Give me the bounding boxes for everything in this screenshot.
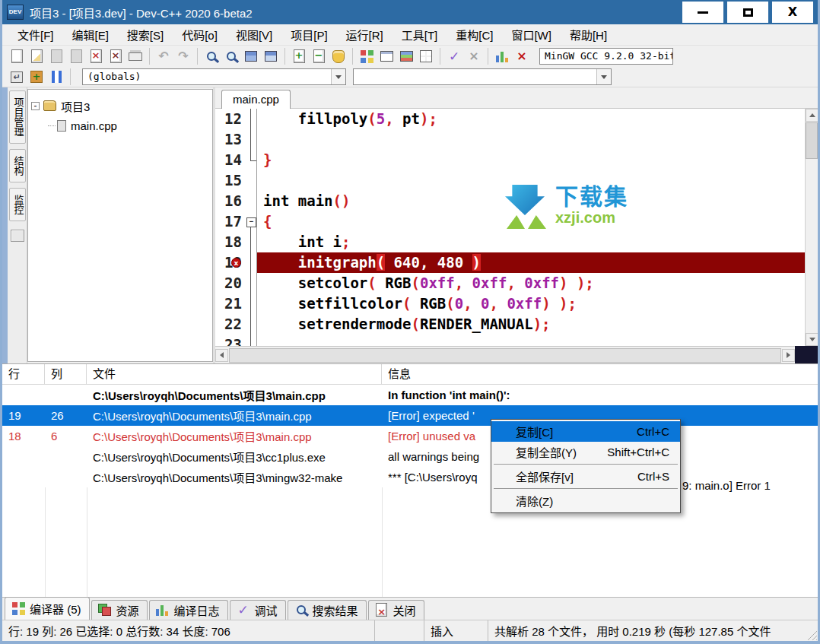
code-area[interactable]: 12 fillpoly(5, pt);1314}1516int main()17… [215, 109, 805, 346]
code-line-16[interactable]: 16int main() [215, 191, 805, 211]
menu-item-8[interactable]: 重构[C] [447, 24, 502, 45]
bottom-tab-4[interactable]: 搜索结果 [288, 600, 367, 620]
sidebar-tab-1[interactable]: 结构 [9, 149, 26, 182]
scroll-down-icon[interactable] [806, 333, 818, 346]
new-project-button[interactable] [357, 47, 377, 65]
code-line-18[interactable]: 18 int i; [215, 232, 805, 252]
scroll-right-icon[interactable] [782, 349, 795, 362]
members-select[interactable] [353, 68, 612, 85]
search-results-tab-button[interactable] [294, 604, 308, 617]
sidebar-tab-2[interactable]: 监控 [9, 188, 26, 221]
context-menu-item-1[interactable]: 复制全部(Y)Shift+Ctrl+C [491, 442, 680, 462]
add-to-project-button[interactable]: + [289, 47, 309, 65]
menu-item-0[interactable]: 文件[F] [8, 24, 63, 45]
print-button[interactable] [126, 47, 145, 65]
find-button[interactable] [202, 47, 221, 65]
debug-tab-button[interactable]: ✓ [237, 604, 250, 617]
compiler-select[interactable]: MinGW GCC 9.2.0 32-bit D [539, 48, 673, 65]
abort-compile-button[interactable]: × [512, 47, 532, 65]
add-bookmark-button[interactable]: + [27, 68, 46, 86]
close-all-button[interactable]: × [106, 47, 126, 65]
resize-grip[interactable] [806, 630, 817, 640]
issues-header-col-3[interactable]: 信息 [382, 364, 818, 384]
menu-item-4[interactable]: 视图[V] [227, 24, 281, 45]
menu-item-5[interactable]: 项目[P] [281, 24, 336, 45]
menu-item-7[interactable]: 工具[T] [393, 24, 447, 45]
menu-item-6[interactable]: 运行[R] [337, 24, 393, 45]
code-token: int [263, 192, 289, 209]
window-button[interactable] [377, 47, 396, 65]
code-line-15[interactable]: 15 [215, 170, 805, 191]
resources-tab-button[interactable] [98, 604, 112, 617]
find-in-files-button[interactable] [221, 47, 241, 65]
code-line-13[interactable]: 13 [215, 129, 805, 150]
close-file-button[interactable]: × [86, 47, 106, 65]
chevron-down-icon[interactable] [596, 69, 611, 84]
environment-button[interactable] [396, 47, 416, 65]
code-line-22[interactable]: 22 setrendermode(RENDER_MANUAL); [215, 314, 805, 335]
sidebar-tab-0[interactable]: 项目管理 [9, 90, 26, 144]
code-line-12[interactable]: 12 fillpoly(5, pt); [215, 109, 805, 129]
tree-node-file[interactable]: main.cpp [31, 116, 209, 135]
menu-item-3[interactable]: 代码[o] [173, 24, 227, 45]
replace-button[interactable] [241, 47, 261, 65]
issue-row-3[interactable]: C:\Users\royqh\Documents\项目3\cc1plus.exe… [2, 446, 818, 467]
close-button[interactable]: X [772, 2, 813, 23]
goto-definition-button[interactable]: ↵ [7, 68, 27, 86]
code-line-17[interactable]: 17{ [215, 211, 805, 232]
issues-header-col-1[interactable]: 列 [45, 364, 87, 384]
code-line-21[interactable]: 21 setfillcolor( RGB(0, 0, 0xff) ); [215, 293, 805, 314]
new-source-button[interactable] [7, 47, 27, 65]
menu-item-10[interactable]: 帮助[H] [561, 24, 616, 45]
code-line-19[interactable]: 19x initgraph( 640, 480 ) [215, 252, 805, 273]
code-line-23[interactable]: 23 [215, 335, 805, 346]
issues-header-col-2[interactable]: 文件 [87, 364, 382, 384]
close-tab-button[interactable]: × [375, 604, 389, 617]
bottom-tab-5[interactable]: ×关闭 [368, 600, 424, 620]
replace-in-files-button[interactable] [261, 47, 281, 65]
context-menu-item-3[interactable]: 全部保存[v]Ctrl+S [491, 466, 680, 487]
vertical-scrollbar[interactable] [805, 109, 818, 346]
menu-item-9[interactable]: 窗口[W] [502, 24, 561, 45]
sidebar-panel-icon[interactable] [11, 230, 24, 242]
menu-item-2[interactable]: 搜索[S] [118, 24, 173, 45]
code-line-14[interactable]: 14} [215, 150, 805, 170]
compile-log-tab-button[interactable] [156, 604, 170, 617]
scroll-left-icon[interactable] [215, 349, 228, 362]
syntax-check-button[interactable]: ✓ [444, 47, 464, 65]
issues-header-col-0[interactable]: 行 [2, 364, 45, 384]
minimize-button[interactable] [682, 2, 723, 23]
issue-row-0[interactable]: C:\Users\royqh\Documents\项目3\main.cppIn … [2, 385, 818, 405]
fold-toggle-icon[interactable] [246, 211, 257, 232]
toggle-watch-button[interactable] [46, 68, 66, 86]
context-menu-item-0[interactable]: 复制[C]Ctrl+C [491, 421, 680, 442]
bottom-tab-3[interactable]: ✓调试 [230, 600, 286, 620]
fold-margin [246, 293, 257, 314]
vertical-scroll-thumb[interactable] [806, 122, 818, 159]
bottom-tab-label: 编译器 (5) [30, 601, 81, 617]
bottom-tab-2[interactable]: 编译日志 [149, 600, 228, 620]
maximize-button[interactable] [727, 2, 768, 23]
compile-run-button[interactable] [492, 47, 512, 65]
horizontal-scroll-thumb[interactable] [229, 348, 781, 363]
open-file-button[interactable] [27, 47, 46, 65]
grid-button[interactable] [416, 47, 436, 65]
compiler-tab-button[interactable] [11, 602, 25, 615]
issue-file: C:\Users\royqh\Documents\项目3\main.cpp [87, 428, 382, 444]
profile-button[interactable] [329, 47, 348, 65]
menu-item-1[interactable]: 编辑[E] [63, 24, 118, 45]
bottom-tab-1[interactable]: 资源 [91, 600, 148, 620]
tree-node-project[interactable]: - 项目3 [31, 96, 209, 116]
issue-row-2[interactable]: 186C:\Users\royqh\Documents\项目3\main.cpp… [2, 426, 818, 446]
chevron-down-icon[interactable] [331, 69, 345, 84]
horizontal-scrollbar[interactable] [215, 346, 795, 363]
remove-from-project-button[interactable]: − [309, 47, 329, 65]
code-line-20[interactable]: 20 setcolor( RGB(0xff, 0xff, 0xff) ); [215, 273, 805, 293]
bottom-tab-0[interactable]: 编译器 (5) [5, 597, 90, 620]
globals-select[interactable]: (globals) [82, 68, 346, 85]
context-menu-item-5[interactable]: 清除(Z) [491, 490, 680, 511]
scroll-up-icon[interactable] [806, 109, 818, 122]
tree-collapse-icon[interactable]: - [31, 102, 40, 110]
issue-row-1[interactable]: 1926C:\Users\royqh\Documents\项目3\main.cp… [2, 405, 818, 426]
editor-tab-maincpp[interactable]: main.cpp [221, 90, 291, 109]
